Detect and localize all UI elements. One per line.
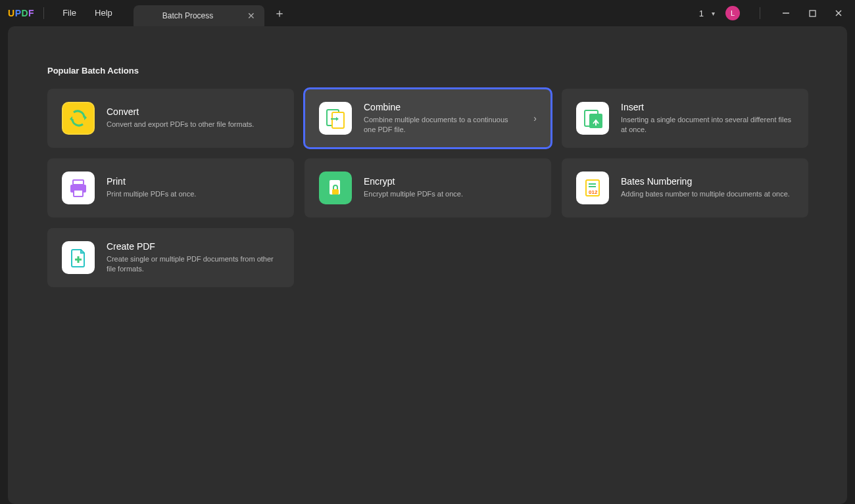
svg-marker-5 — [70, 116, 72, 122]
main-panel: Popular Batch Actions Convert Convert an… — [8, 26, 847, 504]
card-title: Create PDF — [107, 241, 280, 252]
card-desc: Adding bates number to multiple document… — [621, 189, 794, 199]
card-title: Combine — [364, 102, 522, 112]
card-combine[interactable]: Combine Combine multiple documents to a … — [305, 89, 551, 148]
create-pdf-icon — [62, 241, 95, 274]
card-convert[interactable]: Convert Convert and export PDFs to other… — [47, 89, 294, 148]
menu-help[interactable]: Help — [86, 0, 122, 26]
svg-rect-14 — [74, 190, 83, 196]
app-logo: UPDF — [8, 8, 34, 18]
card-bates[interactable]: 012 Bates Numbering Adding bates number … — [562, 158, 808, 218]
card-print[interactable]: Print Print multiple PDFs at once. — [47, 158, 294, 218]
chevron-down-icon[interactable]: ▾ — [712, 10, 715, 17]
new-tab-button[interactable]: ＋ — [274, 7, 285, 19]
tab-batch-process[interactable]: Batch Process ✕ — [134, 5, 264, 26]
card-create-pdf[interactable]: Create PDF Create single or multiple PDF… — [47, 228, 294, 287]
avatar[interactable]: L — [725, 6, 740, 20]
insert-icon — [576, 102, 609, 135]
titlebar: UPDF File Help Batch Process ✕ ＋ 1 ▾ L — [0, 0, 855, 26]
maximize-button[interactable] — [802, 3, 822, 23]
convert-icon — [62, 102, 95, 135]
card-title: Encrypt — [364, 176, 537, 187]
card-encrypt[interactable]: Encrypt Encrypt multiple PDFs at once. — [305, 158, 551, 218]
card-desc: Combine multiple documents to a continuo… — [364, 115, 522, 135]
svg-text:012: 012 — [589, 189, 598, 195]
card-desc: Encrypt multiple PDFs at once. — [364, 189, 537, 199]
card-desc: Print multiple PDFs at once. — [107, 189, 280, 199]
close-button[interactable] — [829, 3, 848, 23]
card-title: Convert — [107, 106, 280, 117]
card-title: Insert — [621, 102, 794, 112]
separator — [43, 7, 44, 19]
card-title: Bates Numbering — [621, 176, 794, 187]
card-title: Print — [107, 176, 280, 187]
bates-icon: 012 — [576, 172, 609, 204]
tab-label: Batch Process — [143, 11, 233, 20]
svg-rect-1 — [810, 11, 816, 16]
separator — [760, 7, 760, 19]
section-title: Popular Batch Actions — [47, 66, 808, 76]
document-count[interactable]: 1 — [699, 9, 704, 18]
svg-rect-16 — [332, 189, 339, 195]
print-icon — [62, 172, 95, 204]
svg-rect-7 — [332, 112, 344, 128]
card-desc: Inserting a single document into several… — [621, 115, 794, 135]
card-desc: Create single or multiple PDF documents … — [107, 254, 280, 275]
menu-file[interactable]: File — [53, 0, 86, 26]
tab-close-button[interactable]: ✕ — [247, 11, 255, 21]
chevron-right-icon: › — [533, 113, 537, 124]
minimize-button[interactable] — [776, 3, 796, 23]
card-desc: Convert and export PDFs to other file fo… — [107, 120, 280, 129]
svg-marker-4 — [84, 115, 87, 120]
encrypt-icon — [319, 172, 352, 204]
combine-icon — [319, 102, 352, 135]
actions-grid: Convert Convert and export PDFs to other… — [47, 89, 808, 287]
svg-rect-12 — [73, 180, 84, 185]
card-insert[interactable]: Insert Inserting a single document into … — [562, 89, 808, 148]
window-controls-cluster: 1 ▾ L — [699, 3, 848, 23]
